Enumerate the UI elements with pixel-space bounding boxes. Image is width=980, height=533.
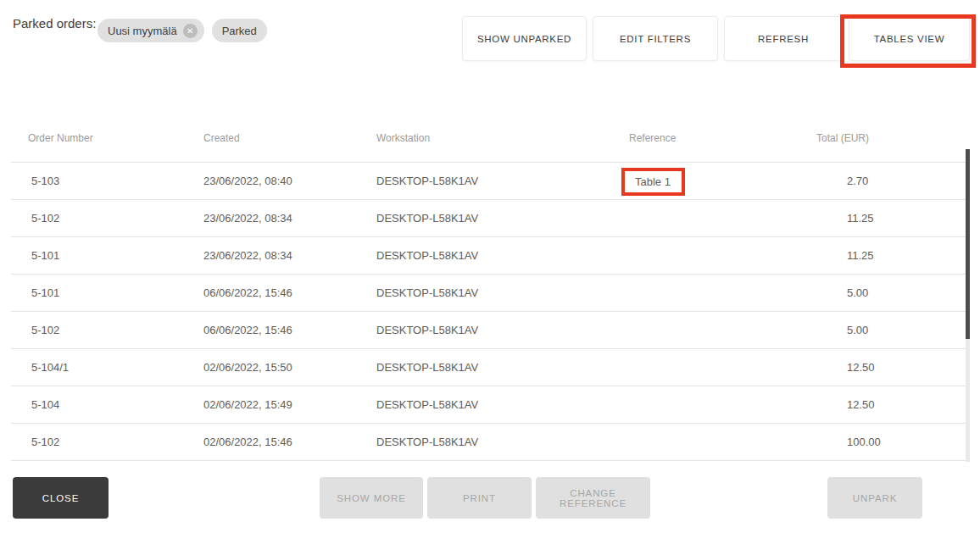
cell-total: 12.50	[836, 386, 967, 423]
cell-workstation: DESKTOP-L58K1AV	[376, 424, 629, 460]
cell-order-number: 5-101	[11, 275, 203, 311]
chip-close-icon[interactable]: ✕	[183, 24, 198, 38]
cell-created: 23/06/2022, 08:40	[203, 163, 376, 199]
reference-value: Table 1	[621, 168, 685, 196]
orders-table: 5-103 23/06/2022, 08:40 DESKTOP-L58K1AV …	[11, 162, 967, 461]
cell-created: 23/06/2022, 08:34	[203, 237, 376, 274]
cell-workstation: DESKTOP-L58K1AV	[376, 386, 629, 423]
cell-order-number: 5-104/1	[11, 349, 203, 386]
cell-reference	[629, 386, 836, 423]
table-row[interactable]: 5-101 06/06/2022, 15:46 DESKTOP-L58K1AV …	[11, 274, 967, 311]
cell-workstation: DESKTOP-L58K1AV	[376, 312, 629, 348]
footer-disabled-button[interactable]: SHOW MORE	[320, 477, 423, 519]
table-row[interactable]: 5-102 02/06/2022, 15:46 DESKTOP-L58K1AV …	[11, 423, 967, 460]
cell-created: 06/06/2022, 15:46	[203, 275, 376, 311]
footer-disabled-button[interactable]: CHANGE REFERENCE	[536, 477, 650, 519]
filter-chip[interactable]: Parked	[212, 19, 267, 42]
close-button[interactable]: CLOSE	[13, 477, 109, 519]
cell-workstation: DESKTOP-L58K1AV	[376, 163, 629, 199]
column-header-created: Created	[203, 132, 240, 144]
cell-workstation: DESKTOP-L58K1AV	[376, 237, 629, 274]
table-row[interactable]: 5-101 23/06/2022, 08:34 DESKTOP-L58K1AV …	[11, 236, 967, 274]
cell-reference	[629, 200, 836, 236]
toolbar-button[interactable]: SHOW UNPARKED	[462, 16, 587, 61]
cell-order-number: 5-102	[11, 424, 203, 460]
scrollbar-track[interactable]	[966, 149, 970, 462]
cell-created: 02/06/2022, 15:49	[203, 386, 376, 423]
table-row[interactable]: 5-102 06/06/2022, 15:46 DESKTOP-L58K1AV …	[11, 311, 967, 348]
cell-order-number: 5-101	[11, 237, 203, 274]
parked-orders-screen: Parked orders: Uusi myymälä ✕ Parked SHO…	[0, 0, 980, 533]
cell-workstation: DESKTOP-L58K1AV	[376, 200, 629, 236]
filter-chip-label: Uusi myymälä	[108, 25, 177, 37]
toolbar-button[interactable]: TABLES VIEW	[849, 16, 970, 61]
cell-reference	[629, 237, 836, 274]
cell-reference	[629, 312, 836, 348]
cell-reference: Table 1	[629, 163, 836, 199]
toolbar-button[interactable]: EDIT FILTERS	[593, 16, 718, 61]
column-header-reference: Reference	[629, 132, 676, 144]
cell-total: 11.25	[836, 237, 967, 274]
footer-actions: SHOW MOREPRINTCHANGE REFERENCE	[320, 477, 650, 519]
cell-order-number: 5-103	[11, 163, 203, 199]
scrollbar-thumb[interactable]	[966, 149, 970, 339]
column-header-order-number: Order Number	[28, 132, 93, 144]
unpark-button[interactable]: UNPARK	[827, 477, 922, 519]
cell-total: 100.00	[836, 424, 967, 460]
page-title: Parked orders:	[13, 16, 96, 31]
cell-order-number: 5-104	[11, 386, 203, 423]
cell-order-number: 5-102	[11, 200, 203, 236]
cell-reference	[629, 349, 836, 386]
cell-created: 02/06/2022, 15:50	[203, 349, 376, 386]
filter-chip-label: Parked	[222, 25, 257, 37]
filter-chips: Uusi myymälä ✕ Parked	[97, 19, 267, 42]
cell-created: 06/06/2022, 15:46	[203, 312, 376, 348]
cell-total: 12.50	[836, 349, 967, 386]
table-row[interactable]: 5-103 23/06/2022, 08:40 DESKTOP-L58K1AV …	[11, 162, 967, 199]
cell-reference	[629, 424, 836, 460]
cell-total: 11.25	[836, 200, 967, 236]
toolbar-button[interactable]: REFRESH	[724, 16, 843, 61]
cell-workstation: DESKTOP-L58K1AV	[376, 349, 629, 386]
cell-total: 5.00	[836, 312, 967, 348]
cell-order-number: 5-102	[11, 312, 203, 348]
cell-workstation: DESKTOP-L58K1AV	[376, 275, 629, 311]
cell-total: 5.00	[836, 275, 967, 311]
cell-created: 02/06/2022, 15:46	[203, 424, 376, 460]
table-row[interactable]: 5-104 02/06/2022, 15:49 DESKTOP-L58K1AV …	[11, 386, 967, 423]
cell-total: 2.70	[836, 163, 967, 199]
footer-disabled-button[interactable]: PRINT	[427, 477, 532, 519]
table-row[interactable]: 5-102 23/06/2022, 08:34 DESKTOP-L58K1AV …	[11, 199, 967, 236]
cell-created: 23/06/2022, 08:34	[203, 200, 376, 236]
table-row[interactable]: 5-104/1 02/06/2022, 15:50 DESKTOP-L58K1A…	[11, 348, 967, 386]
column-header-total: Total (EUR)	[816, 132, 869, 144]
toolbar: SHOW UNPARKEDEDIT FILTERSREFRESHTABLES V…	[462, 16, 970, 61]
cell-reference	[629, 275, 836, 311]
column-header-workstation: Workstation	[376, 132, 430, 144]
filter-chip[interactable]: Uusi myymälä ✕	[97, 19, 204, 42]
